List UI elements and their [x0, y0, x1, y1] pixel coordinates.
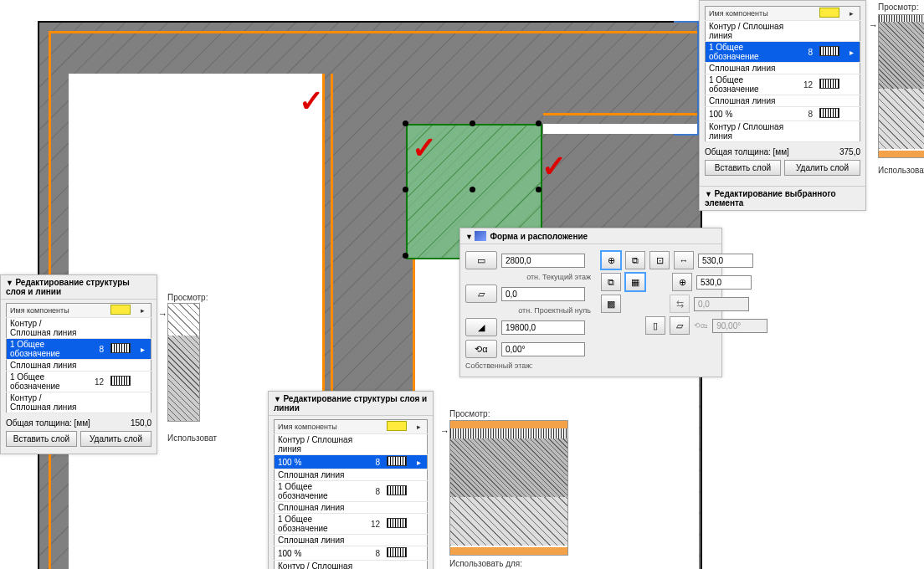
dim-icon[interactable]: ↔ — [674, 251, 694, 269]
preview-left: → — [167, 303, 200, 422]
arrow-icon: → — [440, 426, 449, 436]
thickness-value: 150,0 — [131, 418, 151, 428]
dim-line — [674, 21, 699, 23]
dim-icon[interactable]: ⊕ — [672, 273, 692, 291]
layer-table[interactable]: Имя компоненты▸ Контур / Сплошная линия1… — [274, 419, 428, 569]
panel-title[interactable]: Форма и расположение — [460, 228, 721, 244]
own-floor-label: Собственный этаж: — [465, 361, 593, 370]
table-row[interactable]: Сплошная линия — [7, 360, 151, 372]
angle-input[interactable] — [501, 342, 585, 356]
anchor-option[interactable]: ⊡ — [649, 251, 670, 269]
rel-proj-input[interactable] — [501, 320, 585, 335]
preview-mid: → — [449, 420, 568, 556]
form-position-panel: Форма и расположение ▭ отн. Текущий этаж… — [459, 228, 722, 377]
height-icon[interactable]: ▭ — [465, 251, 497, 269]
thickness-value: 375,0 — [839, 147, 860, 156]
rel-proj-label: отн. Проектный нуль — [465, 306, 593, 315]
layer-table[interactable]: Имя компоненты▸ Контур / Сплошная линия1… — [6, 303, 151, 413]
angle2-input — [712, 319, 767, 333]
orient-option[interactable]: ▱ — [670, 316, 690, 335]
angle-icon[interactable]: ⟲α — [465, 340, 497, 358]
handle[interactable] — [470, 187, 475, 192]
table-row[interactable]: 1 Общее обозначение8▸ — [7, 339, 151, 360]
rel-floor-input[interactable] — [501, 287, 585, 301]
arrow-icon: → — [869, 20, 878, 30]
table-row[interactable]: Сплошная линия — [706, 63, 860, 74]
table-row[interactable]: 1 Общее обозначение8▸ — [706, 42, 860, 63]
check-icon: ✓ — [542, 149, 567, 184]
check-icon: ✓ — [299, 84, 324, 119]
dim-line — [674, 134, 699, 136]
table-row[interactable]: Контур / Сплошная линия — [275, 561, 428, 570]
thickness-label: Общая толщина: [мм] — [705, 147, 789, 156]
preview-label: Просмотр: — [449, 409, 490, 418]
dim2-input[interactable] — [696, 275, 752, 290]
table-row[interactable]: 100 %8 — [706, 107, 860, 121]
handle[interactable] — [403, 253, 408, 259]
handle[interactable] — [403, 187, 408, 192]
anchor-option[interactable]: ⊕ — [601, 251, 621, 269]
table-row[interactable]: 100 %8▸ — [275, 455, 428, 469]
thickness-label: Общая толщина: [мм] — [6, 418, 90, 428]
table-row[interactable]: 1 Общее обозначение12 — [7, 372, 151, 392]
table-row[interactable]: 1 Общее обозначение12 — [706, 74, 860, 95]
handle[interactable] — [536, 120, 542, 126]
angle2-icon: ⟲α₂ — [694, 321, 708, 330]
layer-panel-right: Имя компоненты▸ Контур / Сплошная линия1… — [699, 0, 866, 211]
preview-label: Просмотр: — [167, 293, 208, 302]
delete-layer-button[interactable]: Удалить слой — [80, 431, 151, 447]
panel-title[interactable]: Редактирование структуры слоя и линии — [1, 275, 157, 300]
dim1-input[interactable] — [698, 254, 753, 268]
delete-layer-button[interactable]: Удалить слой — [784, 160, 860, 176]
panel-title[interactable]: Редактирование выбранного элемента — [700, 186, 865, 210]
table-row[interactable]: Контур / Сплошная линия — [275, 434, 428, 455]
table-row[interactable]: Контур / Сплошная линия — [7, 318, 151, 339]
table-row[interactable]: 1 Общее обозначение12 — [275, 514, 428, 535]
table-row[interactable]: 1 Общее обозначение8 — [275, 481, 428, 502]
panel-title[interactable]: Редактирование структуры слоя и линии — [269, 392, 433, 416]
table-row[interactable]: Сплошная линия — [275, 502, 428, 514]
link-option[interactable]: ▦ — [625, 273, 645, 291]
layer-table[interactable]: Имя компоненты▸ Контур / Сплошная линия1… — [705, 6, 860, 142]
use-label: Использоват — [878, 166, 924, 175]
insert-layer-button[interactable]: Вставить слой — [705, 160, 781, 176]
table-row[interactable]: Контур / Сплошная линия — [706, 121, 860, 142]
preview-label: Просмотр: — [878, 3, 918, 12]
flip-icon: ⇆ — [670, 295, 690, 313]
arrow-icon: → — [158, 309, 167, 319]
check-icon: ✓ — [412, 131, 437, 166]
table-row[interactable]: 100 %8 — [275, 546, 428, 561]
handle[interactable] — [403, 120, 408, 126]
table-row[interactable]: Сплошная линия — [275, 469, 428, 481]
table-row[interactable]: Сплошная линия — [706, 95, 860, 107]
table-row[interactable]: Сплошная линия — [275, 535, 428, 546]
table-row[interactable]: Контур / Сплошная линия — [7, 392, 151, 413]
use-label: Использоват — [167, 433, 217, 443]
layer-panel-mid: Редактирование структуры слоя и линии Им… — [268, 391, 434, 569]
handle[interactable] — [470, 120, 475, 126]
pattern-icon[interactable]: ▩ — [601, 295, 621, 313]
rel-floor-label: отн. Текущий этаж — [465, 273, 593, 281]
rel-floor-icon[interactable]: ▱ — [465, 284, 497, 303]
orange-edge — [543, 113, 699, 115]
gap-top — [543, 124, 699, 134]
insert-layer-button[interactable]: Вставить слой — [6, 431, 77, 447]
anchor-option[interactable]: ⧉ — [625, 251, 645, 269]
orange-edge — [49, 31, 699, 33]
orient-option[interactable]: ▯ — [645, 316, 665, 335]
dim3-input — [694, 297, 749, 311]
link-option[interactable]: ⧉ — [601, 273, 621, 291]
layer-panel-left: Редактирование структуры слоя и линии Им… — [0, 274, 157, 454]
height-input[interactable] — [501, 254, 585, 268]
handle[interactable] — [536, 187, 542, 192]
use-for-label: Использовать для: — [449, 559, 522, 568]
table-row[interactable]: Контур / Сплошная линия — [706, 21, 860, 42]
rel-proj-icon[interactable]: ◢ — [465, 318, 497, 336]
preview-right: → — [878, 14, 924, 158]
